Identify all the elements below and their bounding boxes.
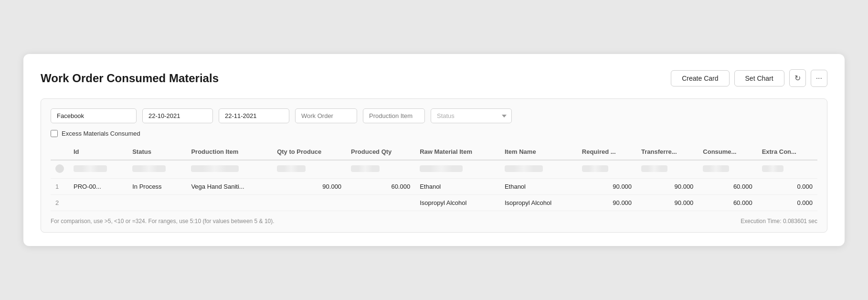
col-row-num: [51, 144, 69, 160]
col-item-name: Item Name: [500, 144, 577, 160]
status-select[interactable]: Status In Process Completed: [431, 108, 512, 123]
col-production-item: Production Item: [186, 144, 272, 160]
cell-id-1: PRO-00...: [69, 179, 127, 195]
table-footer: For comparison, use >5, <10 or =324. For…: [51, 218, 817, 225]
excess-materials-checkbox[interactable]: [51, 130, 58, 137]
skeleton-status: [132, 165, 166, 172]
excess-materials-row: Excess Materials Consumed: [51, 130, 817, 137]
table-header: Id Status Production Item Qty to Produce…: [51, 144, 817, 160]
filter-hint: For comparison, use >5, <10 or =324. For…: [51, 218, 275, 225]
skeleton-extra: [762, 165, 783, 172]
more-icon: ···: [816, 74, 822, 83]
col-qty-to-produce: Qty to Produce: [272, 144, 346, 160]
inner-card: Status In Process Completed Excess Mater…: [41, 98, 827, 233]
cell-transferred-1: 90.000: [636, 179, 698, 195]
col-consumed: Consume...: [698, 144, 757, 160]
cell-consumed-1: 60.000: [698, 179, 757, 195]
cell-status-1: In Process: [127, 179, 186, 195]
table-body: 1 PRO-00... In Process Vega Hand Saniti.…: [51, 160, 817, 211]
cell-produced-qty-2: [346, 195, 415, 211]
loading-status: [127, 160, 186, 179]
skeleton-transferred: [641, 165, 667, 172]
main-card: Work Order Consumed Materials Create Car…: [23, 54, 845, 246]
company-input[interactable]: [51, 108, 137, 123]
loading-raw-material: [415, 160, 500, 179]
cell-produced-qty-1: 60.000: [346, 179, 415, 195]
col-raw-material-item: Raw Material Item: [415, 144, 500, 160]
header-row: Work Order Consumed Materials Create Car…: [41, 69, 827, 87]
col-status: Status: [127, 144, 186, 160]
production-item-input[interactable]: [363, 108, 425, 123]
cell-transferred-2: 90.000: [636, 195, 698, 211]
skeleton-raw-material: [420, 165, 463, 172]
cell-extra-1: 0.000: [757, 179, 817, 195]
loading-circle-cell: [51, 160, 69, 179]
skeleton-item-name: [505, 165, 543, 172]
header-actions: Create Card Set Chart ↻ ···: [671, 69, 827, 87]
table-row[interactable]: 2 Isopropyl Alcohol Isopropyl Alcohol 90…: [51, 195, 817, 211]
cell-raw-material-1: Ethanol: [415, 179, 500, 195]
excess-materials-label: Excess Materials Consumed: [62, 130, 140, 137]
cell-status-2: [127, 195, 186, 211]
cell-required-1: 90.000: [577, 179, 636, 195]
loading-produced-qty: [346, 160, 415, 179]
page-title: Work Order Consumed Materials: [41, 72, 219, 85]
loading-required: [577, 160, 636, 179]
cell-required-2: 90.000: [577, 195, 636, 211]
filters-row: Status In Process Completed: [51, 108, 817, 123]
cell-extra-2: 0.000: [757, 195, 817, 211]
date-from-input[interactable]: [142, 108, 213, 123]
data-table: Id Status Production Item Qty to Produce…: [51, 144, 817, 211]
cell-item-name-2: Isopropyl Alcohol: [500, 195, 577, 211]
more-options-button[interactable]: ···: [811, 70, 827, 87]
col-id: Id: [69, 144, 127, 160]
loading-circle: [55, 164, 64, 173]
row-num-1: 1: [51, 179, 69, 195]
refresh-button[interactable]: ↻: [789, 69, 806, 87]
col-required: Required ...: [577, 144, 636, 160]
work-order-input[interactable]: [295, 108, 357, 123]
execution-time: Execution Time: 0.083601 sec: [741, 218, 817, 225]
skeleton-id: [74, 165, 107, 172]
table-wrapper: Id Status Production Item Qty to Produce…: [51, 144, 817, 211]
loading-transferred: [636, 160, 698, 179]
loading-qty-produce: [272, 160, 346, 179]
cell-id-2: [69, 195, 127, 211]
set-chart-button[interactable]: Set Chart: [734, 70, 784, 86]
loading-id: [69, 160, 127, 179]
skeleton-qty-produce: [277, 165, 306, 172]
col-produced-qty: Produced Qty: [346, 144, 415, 160]
skeleton-production-item: [191, 165, 239, 172]
col-transferred: Transferre...: [636, 144, 698, 160]
date-to-input[interactable]: [219, 108, 289, 123]
create-card-button[interactable]: Create Card: [671, 70, 729, 86]
cell-production-item-2: [186, 195, 272, 211]
loading-row: [51, 160, 817, 179]
row-num-2: 2: [51, 195, 69, 211]
skeleton-required: [582, 165, 608, 172]
table-row[interactable]: 1 PRO-00... In Process Vega Hand Saniti.…: [51, 179, 817, 195]
cell-item-name-1: Ethanol: [500, 179, 577, 195]
col-extra-consumed: Extra Con...: [757, 144, 817, 160]
cell-production-item-1: Vega Hand Saniti...: [186, 179, 272, 195]
loading-extra: [757, 160, 817, 179]
column-headers-row: Id Status Production Item Qty to Produce…: [51, 144, 817, 160]
cell-qty-produce-1: 90.000: [272, 179, 346, 195]
cell-qty-produce-2: [272, 195, 346, 211]
cell-raw-material-2: Isopropyl Alcohol: [415, 195, 500, 211]
loading-consumed: [698, 160, 757, 179]
skeleton-consumed: [703, 165, 729, 172]
cell-consumed-2: 60.000: [698, 195, 757, 211]
loading-production-item: [186, 160, 272, 179]
skeleton-produced-qty: [351, 165, 380, 172]
loading-item-name: [500, 160, 577, 179]
refresh-icon: ↻: [794, 74, 801, 83]
